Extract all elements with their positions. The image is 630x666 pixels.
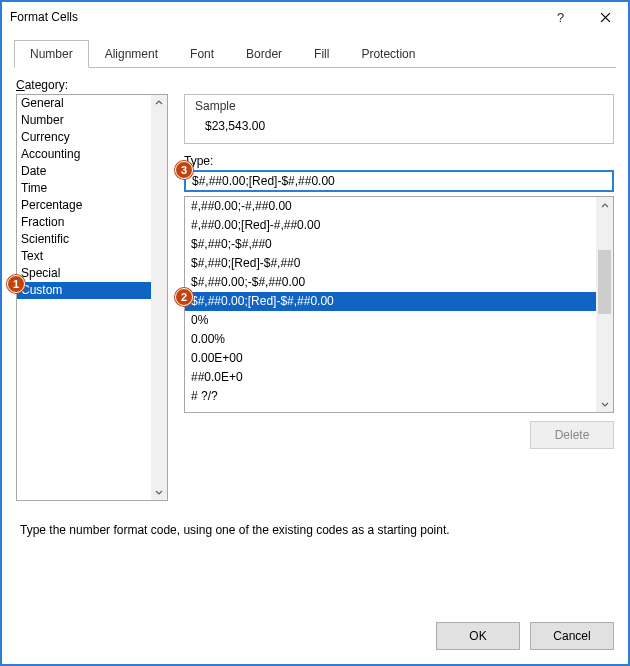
- list-item[interactable]: General: [17, 95, 151, 112]
- dialog-footer: OK Cancel: [2, 608, 628, 664]
- list-item[interactable]: 0.00E+00: [185, 349, 596, 368]
- list-item[interactable]: Currency: [17, 129, 151, 146]
- list-item[interactable]: 0%: [185, 311, 596, 330]
- type-label: Type:: [184, 154, 614, 168]
- scroll-track[interactable]: [596, 214, 613, 395]
- tab-number[interactable]: Number: [14, 40, 89, 68]
- tab-font[interactable]: Font: [174, 40, 230, 68]
- description-text: Type the number format code, using one o…: [20, 523, 610, 537]
- list-item[interactable]: Date: [17, 163, 151, 180]
- category-label: Category:: [16, 78, 168, 92]
- delete-button[interactable]: Delete: [530, 421, 614, 449]
- chevron-up-icon[interactable]: [151, 95, 167, 111]
- list-item[interactable]: Text: [17, 248, 151, 265]
- chevron-down-icon[interactable]: [596, 395, 613, 412]
- list-item[interactable]: $#,##0;[Red]-$#,##0: [185, 254, 596, 273]
- sample-label: Sample: [195, 99, 603, 113]
- dialog-body: Category: General Number Currency Accoun…: [2, 68, 628, 608]
- list-item[interactable]: ##0.0E+0: [185, 368, 596, 387]
- ok-button[interactable]: OK: [436, 622, 520, 650]
- type-listbox[interactable]: #,##0.00;-#,##0.00 #,##0.00;[Red]-#,##0.…: [184, 196, 614, 413]
- close-button[interactable]: [583, 2, 628, 32]
- list-item[interactable]: Accounting: [17, 146, 151, 163]
- list-item[interactable]: #,##0.00;[Red]-#,##0.00: [185, 216, 596, 235]
- list-item[interactable]: 0.00%: [185, 330, 596, 349]
- annotation-badge-1: 1: [7, 275, 25, 293]
- category-listbox[interactable]: General Number Currency Accounting Date …: [16, 94, 168, 501]
- scrollbar[interactable]: [151, 95, 167, 500]
- list-item-custom[interactable]: Custom: [17, 282, 151, 299]
- list-item[interactable]: #,##0.00;-#,##0.00: [185, 197, 596, 216]
- tab-strip: Number Alignment Font Border Fill Protec…: [2, 32, 628, 68]
- list-item[interactable]: $#,##0;-$#,##0: [185, 235, 596, 254]
- list-item-selected[interactable]: $#,##0.00;[Red]-$#,##0.00: [185, 292, 596, 311]
- annotation-badge-2: 2: [175, 288, 193, 306]
- close-icon: [600, 12, 611, 23]
- annotation-badge-3: 3: [175, 161, 193, 179]
- titlebar: Format Cells ?: [2, 2, 628, 32]
- cancel-button[interactable]: Cancel: [530, 622, 614, 650]
- sample-box: Sample $23,543.00: [184, 94, 614, 144]
- tab-fill[interactable]: Fill: [298, 40, 345, 68]
- chevron-down-icon[interactable]: [151, 484, 167, 500]
- tab-alignment[interactable]: Alignment: [89, 40, 174, 68]
- scrollbar[interactable]: [596, 197, 613, 412]
- window-title: Format Cells: [10, 10, 78, 24]
- chevron-up-icon[interactable]: [596, 197, 613, 214]
- list-item[interactable]: Time: [17, 180, 151, 197]
- help-button[interactable]: ?: [538, 2, 583, 32]
- list-item[interactable]: Fraction: [17, 214, 151, 231]
- list-item[interactable]: Percentage: [17, 197, 151, 214]
- list-item[interactable]: # ?/?: [185, 387, 596, 406]
- list-item[interactable]: Number: [17, 112, 151, 129]
- sample-value: $23,543.00: [195, 119, 603, 133]
- list-item[interactable]: Special: [17, 265, 151, 282]
- list-item[interactable]: $#,##0.00;-$#,##0.00: [185, 273, 596, 292]
- scroll-thumb[interactable]: [598, 250, 611, 314]
- type-input-value: $#,##0.00;[Red]-$#,##0.00: [192, 174, 335, 188]
- type-input[interactable]: $#,##0.00;[Red]-$#,##0.00: [184, 170, 614, 192]
- list-item[interactable]: Scientific: [17, 231, 151, 248]
- format-cells-dialog: Format Cells ? Number Alignment Font Bor…: [0, 0, 630, 666]
- tab-protection[interactable]: Protection: [345, 40, 431, 68]
- tab-border[interactable]: Border: [230, 40, 298, 68]
